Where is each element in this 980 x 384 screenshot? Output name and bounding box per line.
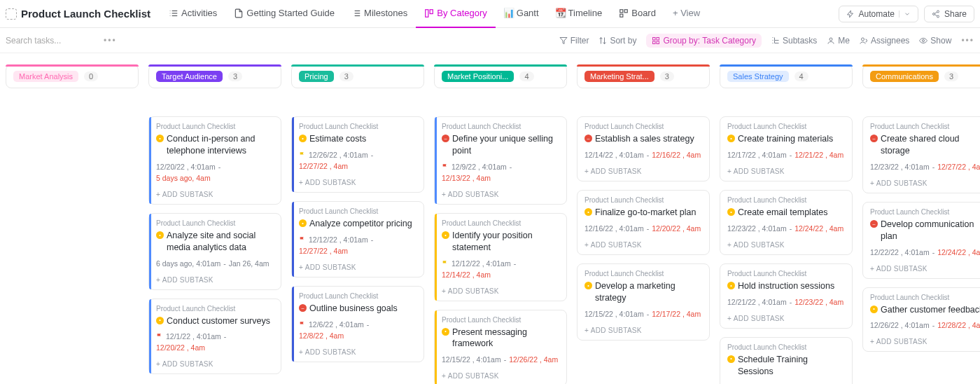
share-button[interactable]: Share bbox=[924, 6, 974, 22]
task-card[interactable]: Product Launch Checklist • Create traini… bbox=[720, 116, 853, 181]
card-list-name: Product Launch Checklist bbox=[442, 123, 559, 130]
breadcrumb: Product Launch Checklist bbox=[6, 8, 150, 20]
card-start-date: 12/9/22 , 4:01am bbox=[451, 163, 507, 171]
task-card[interactable]: Product Launch Checklist • Create email … bbox=[720, 190, 853, 255]
add-subtask-button[interactable]: + ADD SUBTASK bbox=[727, 241, 845, 249]
add-subtask-button[interactable]: + ADD SUBTASK bbox=[156, 276, 274, 284]
task-card[interactable]: Product Launch Checklist • Analyze site … bbox=[148, 213, 281, 290]
add-subtask-button[interactable]: + ADD SUBTASK bbox=[727, 167, 845, 175]
card-due-date: 12/17/22 , 4am bbox=[652, 310, 701, 318]
task-card[interactable]: Product Launch Checklist • Analyze compe… bbox=[291, 201, 424, 277]
search-options-icon[interactable]: ••• bbox=[104, 36, 117, 46]
filter-bar: ••• Filter Sort by Group by: Task Catego… bbox=[0, 28, 980, 53]
column-cards: Product Launch Checklist • Create traini… bbox=[720, 116, 853, 384]
add-subtask-button[interactable]: + ADD SUBTASK bbox=[156, 191, 274, 198]
svg-point-21 bbox=[830, 38, 832, 41]
task-card[interactable]: Product Launch Checklist • Present messa… bbox=[434, 310, 567, 385]
status-dot-icon: • bbox=[727, 135, 735, 142]
card-start-date: 12/21/22 , 4:01am bbox=[727, 298, 787, 306]
me-button[interactable]: Me bbox=[827, 36, 850, 46]
column-name-pill: Marketing Strat... bbox=[584, 71, 654, 82]
add-subtask-button[interactable]: + ADD SUBTASK bbox=[442, 191, 559, 198]
tab-icon bbox=[351, 8, 361, 18]
card-dates: 12/15/22 , 4:01am - 12/17/22 , 4am bbox=[584, 310, 702, 318]
task-card[interactable]: Product Launch Checklist • Conduct custo… bbox=[148, 299, 281, 375]
card-due-date: 12/26/22 , 4am bbox=[509, 355, 558, 364]
task-card[interactable]: Product Launch Checklist • Conduct in-pe… bbox=[148, 116, 281, 205]
tab-by-category[interactable]: By Category bbox=[416, 0, 496, 28]
task-card[interactable]: Product Launch Checklist – Create shared… bbox=[862, 116, 980, 193]
task-card[interactable]: Product Launch Checklist – Outline busin… bbox=[291, 286, 424, 362]
task-card[interactable]: Product Launch Checklist – Develop commu… bbox=[862, 202, 980, 279]
add-subtask-button[interactable]: + ADD SUBTASK bbox=[156, 360, 274, 368]
column-header[interactable]: Sales Strategy 4 bbox=[720, 64, 853, 88]
add-subtask-button[interactable]: + ADD SUBTASK bbox=[299, 263, 416, 271]
tab-activities[interactable]: Activities bbox=[160, 0, 225, 28]
tab-board[interactable]: Board bbox=[610, 0, 664, 28]
task-card[interactable]: Product Launch Checklist • Hold instruct… bbox=[720, 263, 853, 329]
card-title: • Gather customer feedback bbox=[870, 304, 980, 316]
task-card[interactable]: Product Launch Checklist • Develop a mar… bbox=[577, 263, 710, 341]
add-subtask-button[interactable]: + ADD SUBTASK bbox=[870, 338, 980, 345]
add-subtask-button[interactable]: + ADD SUBTASK bbox=[870, 265, 980, 273]
board-column: Communications 3 Product Launch Checklis… bbox=[862, 64, 980, 352]
card-dates: 12/14/22 , 4:01am - 12/16/22 , 4am bbox=[584, 151, 702, 159]
filter-button[interactable]: Filter bbox=[559, 36, 589, 46]
card-list-name: Product Launch Checklist bbox=[442, 316, 559, 324]
column-header[interactable]: Pricing 3 bbox=[291, 64, 424, 88]
card-dates: 12/26/22 , 4:01am - 12/28/22 , 4am bbox=[870, 321, 980, 329]
task-card[interactable]: Product Launch Checklist • Estimate cost… bbox=[291, 116, 424, 193]
tab-milestones[interactable]: Milestones bbox=[343, 0, 416, 28]
add-subtask-button[interactable]: + ADD SUBTASK bbox=[299, 348, 416, 356]
subtask-icon bbox=[771, 36, 780, 45]
add-subtask-button[interactable]: + ADD SUBTASK bbox=[442, 287, 559, 295]
add-view-button[interactable]: + View bbox=[664, 0, 708, 28]
card-due-date: 12/21/22 , 4am bbox=[794, 151, 844, 159]
tab-timeline[interactable]: 📆Timeline bbox=[547, 0, 611, 28]
add-subtask-button[interactable]: + ADD SUBTASK bbox=[727, 315, 845, 322]
subtasks-button[interactable]: Subtasks bbox=[771, 36, 817, 46]
card-due-date: 12/28/22 , 4am bbox=[937, 321, 980, 329]
column-header[interactable]: Market Positioni... 4 bbox=[434, 64, 567, 88]
tab-getting-started-guide[interactable]: Getting Started Guide bbox=[225, 0, 343, 28]
column-header[interactable]: Market Analysis 0 bbox=[6, 64, 139, 88]
flag-icon bbox=[156, 333, 163, 340]
task-card[interactable]: Product Launch Checklist • Gather custom… bbox=[862, 287, 980, 352]
card-title: • Analyze competitor pricing bbox=[299, 218, 416, 230]
automate-button[interactable]: Automate bbox=[839, 6, 918, 22]
status-dot-icon: • bbox=[727, 355, 735, 363]
column-header[interactable]: Communications 3 bbox=[862, 64, 980, 88]
task-card[interactable]: Product Launch Checklist • Finalize go-t… bbox=[577, 190, 710, 255]
status-dot-icon: • bbox=[727, 208, 735, 216]
sort-button[interactable]: Sort by bbox=[598, 36, 636, 46]
board-column: Marketing Strat... 3 Product Launch Chec… bbox=[577, 64, 710, 341]
task-card[interactable]: Product Launch Checklist – Establish a s… bbox=[577, 116, 710, 181]
column-name-pill: Target Audience bbox=[156, 71, 223, 82]
status-dot-icon: • bbox=[442, 231, 449, 239]
show-button[interactable]: Show bbox=[919, 36, 951, 46]
assignees-button[interactable]: Assignees bbox=[860, 36, 909, 46]
card-start-date: 12/12/22 , 4:01am bbox=[451, 259, 511, 268]
add-subtask-button[interactable]: + ADD SUBTASK bbox=[584, 241, 702, 249]
svg-point-15 bbox=[932, 13, 934, 15]
task-card[interactable]: Product Launch Checklist • Schedule Trai… bbox=[720, 337, 853, 384]
tab-gantt[interactable]: 📊Gantt bbox=[496, 0, 547, 28]
card-status-bar bbox=[149, 299, 151, 374]
groupby-chip[interactable]: Group by: Task Category bbox=[646, 34, 762, 48]
task-card[interactable]: Product Launch Checklist • Identify your… bbox=[434, 213, 567, 301]
column-header[interactable]: Target Audience 3 bbox=[148, 64, 281, 88]
tab-icon bbox=[234, 8, 244, 18]
add-subtask-button[interactable]: + ADD SUBTASK bbox=[870, 179, 980, 187]
status-dot-icon: – bbox=[870, 220, 878, 228]
search-input[interactable] bbox=[6, 36, 76, 46]
more-options-icon[interactable]: ••• bbox=[961, 36, 974, 46]
add-subtask-button[interactable]: + ADD SUBTASK bbox=[299, 179, 416, 186]
add-subtask-button[interactable]: + ADD SUBTASK bbox=[584, 167, 702, 175]
add-subtask-button[interactable]: + ADD SUBTASK bbox=[584, 327, 702, 334]
column-name-pill: Sales Strategy bbox=[727, 71, 789, 82]
status-dot-icon: • bbox=[870, 306, 878, 313]
card-due-date: 12/16/22 , 4am bbox=[652, 151, 701, 159]
add-subtask-button[interactable]: + ADD SUBTASK bbox=[442, 372, 559, 380]
column-header[interactable]: Marketing Strat... 3 bbox=[577, 64, 710, 88]
task-card[interactable]: Product Launch Checklist – Define your u… bbox=[434, 116, 567, 205]
